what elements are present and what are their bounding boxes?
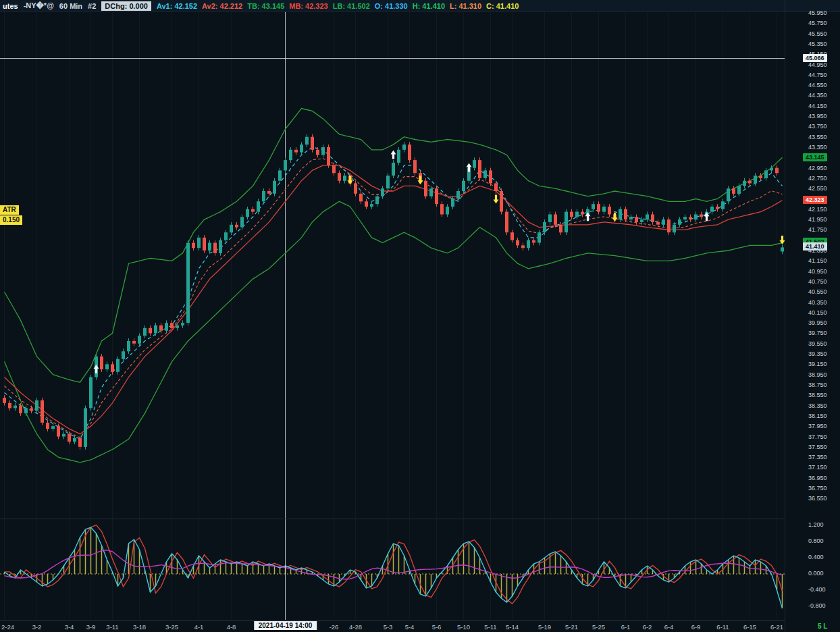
- oscillator-axis-label: 1.200: [808, 521, 824, 529]
- price-axis-label: 43.550: [808, 133, 827, 141]
- price-axis-label: 45.950: [808, 9, 827, 17]
- price-axis-label: 42.150: [808, 205, 827, 213]
- time-axis-label: 6-9: [691, 623, 701, 631]
- header-field-lb: LB: 41.502: [333, 2, 370, 10]
- trade-signal-arrows-layer: [94, 150, 785, 373]
- price-axis-label: 37.950: [808, 422, 827, 430]
- time-axis-label: -26: [330, 623, 339, 631]
- crosshair-time-label: 2021-04-19 14:00: [254, 621, 317, 630]
- time-axis-label: 4-8: [227, 623, 236, 631]
- time-axis-label: 6-4: [664, 623, 674, 631]
- chart-header: utes -NY�*@ 60 Min #2 DChg: 0.000 Av1: 4…: [0, 0, 840, 12]
- price-axis-label: 41.150: [808, 257, 827, 265]
- price-axis-label: 37.150: [808, 463, 827, 471]
- oscillator-axis-label: 0.800: [808, 537, 824, 545]
- time-axis-label: 5-11: [484, 623, 496, 631]
- price-axis-label: 45.550: [808, 30, 827, 38]
- header-field-c: C: 41.410: [486, 2, 519, 10]
- chart-number-label: #2: [88, 2, 96, 10]
- time-axis-label: 6-1: [621, 623, 631, 631]
- time-axis-label: 6-2: [643, 623, 652, 631]
- time-axis-label: 3-9: [86, 623, 96, 631]
- time-axis-label: 3-18: [133, 623, 146, 631]
- oscillator-axis-label: 0.000: [808, 569, 824, 577]
- time-axis-label: 5-10: [457, 623, 470, 631]
- header-field-mb: MB: 42.323: [289, 2, 327, 10]
- price-axis-label: 41.950: [808, 215, 827, 223]
- oscillator-axis-label: 0.400: [808, 553, 824, 561]
- price-axis-label: 44.150: [808, 102, 827, 110]
- price-axis-label: 42.550: [808, 184, 827, 192]
- osc-histogram-layer: [5, 527, 783, 608]
- price-highlight-label: 41.410: [803, 242, 827, 251]
- bottom-right-status: 5 L: [818, 623, 827, 630]
- interval-label: 60 Min: [59, 2, 82, 10]
- price-axis-label: 43.350: [808, 143, 827, 151]
- price-axis-label: 39.750: [808, 329, 827, 337]
- time-axis-label: 6-11: [716, 623, 729, 631]
- price-chart-pane[interactable]: [0, 12, 785, 519]
- grid-layer: [5, 12, 777, 519]
- price-axis-label: 44.750: [808, 71, 827, 79]
- time-axis-label: 3-11: [106, 623, 118, 631]
- price-highlight-label: 42.323: [803, 196, 827, 204]
- price-axis-label: 36.950: [808, 474, 827, 482]
- price-axis-label: 42.750: [808, 174, 827, 182]
- price-axis-label: 37.750: [808, 433, 827, 441]
- price-axis-label: 39.350: [808, 350, 827, 358]
- price-axis-label: 40.350: [808, 298, 827, 307]
- price-axis-label: 39.150: [808, 360, 827, 368]
- oscillator-axis-label: -0.400: [808, 585, 826, 594]
- candles-layer: [3, 134, 784, 450]
- time-axis-label: 6-15: [743, 623, 756, 631]
- time-axis-label: 3-4: [65, 623, 74, 631]
- price-axis-label: 36.750: [808, 484, 827, 492]
- time-axis-label: 5-21: [565, 623, 578, 631]
- time-axis-label: 5-14: [506, 623, 519, 631]
- atr-study-label: ATR: [0, 205, 19, 215]
- price-axis-label: 42.950: [808, 164, 827, 172]
- price-axis-label: 39.950: [808, 319, 827, 327]
- symbol-label: utes: [3, 2, 18, 10]
- price-axis[interactable]: 5 L 45.95045.75045.55045.35045.15044.950…: [785, 0, 840, 632]
- price-highlight-label: 43.145: [803, 153, 827, 161]
- price-axis-label: 44.350: [808, 91, 827, 99]
- price-axis-label: 38.350: [808, 402, 827, 410]
- time-axis-label: 5-4: [405, 623, 415, 631]
- daily-change-badge: DChg: 0.000: [101, 1, 151, 11]
- daily-change-value: 0.000: [129, 2, 148, 10]
- header-field-av1: Av1: 42.152: [157, 2, 197, 10]
- price-axis-label: 40.750: [808, 278, 827, 286]
- price-axis-label: 38.550: [808, 391, 827, 399]
- time-axis-label: 6-21: [770, 623, 783, 631]
- time-axis[interactable]: 2021-04-19 14:00 2-243-23-43-93-113-183-…: [0, 620, 785, 632]
- oscillator-pane[interactable]: [0, 519, 785, 621]
- price-axis-label: 38.750: [808, 381, 827, 389]
- price-axis-label: 39.550: [808, 340, 827, 348]
- price-axis-label: 45.350: [808, 40, 827, 48]
- time-axis-label: 5-25: [592, 623, 605, 631]
- osc-grid-layer: [5, 519, 777, 621]
- symbol-suffix: -NY�*@: [24, 1, 54, 10]
- time-axis-label: 5-6: [432, 623, 442, 631]
- header-field-av2: Av2: 42.212: [202, 2, 242, 10]
- price-axis-label: 43.750: [808, 122, 827, 130]
- price-axis-label: 40.150: [808, 309, 827, 317]
- oscillator-axis-label: -0.800: [808, 602, 826, 610]
- price-highlight-label: 45.066: [803, 54, 827, 62]
- price-axis-label: 43.950: [808, 112, 827, 120]
- price-axis-label: 38.950: [808, 371, 827, 379]
- header-field-tb: TB: 43.145: [247, 2, 284, 10]
- price-axis-label: 37.550: [808, 443, 827, 451]
- price-axis-label: 41.750: [808, 226, 827, 234]
- header-field-l: L: 41.310: [450, 2, 481, 10]
- daily-change-label: DChg:: [105, 2, 127, 10]
- header-field-h: H: 41.410: [413, 2, 445, 10]
- time-axis-label: 3-2: [32, 623, 42, 631]
- price-axis-label: 37.350: [808, 453, 827, 461]
- price-axis-label: 40.550: [808, 288, 827, 296]
- study-value-readouts: Av1: 42.152Av2: 42.212TB: 43.145MB: 42.3…: [157, 2, 523, 10]
- time-axis-label: 5-3: [384, 623, 393, 631]
- price-axis-label: 38.150: [808, 412, 827, 420]
- header-field-o: O: 41.330: [375, 2, 408, 10]
